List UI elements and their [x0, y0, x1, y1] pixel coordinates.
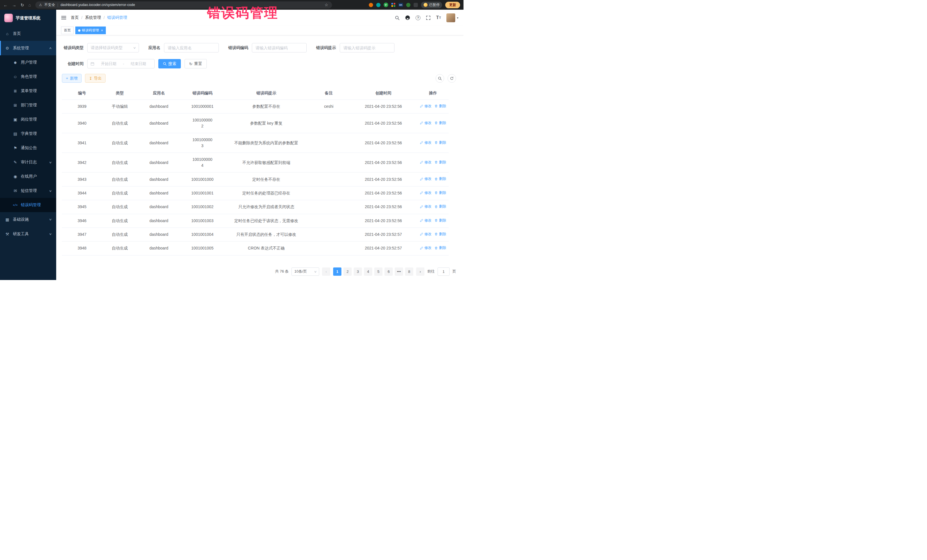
breadcrumb-home[interactable]: 首页	[71, 15, 79, 20]
sidebar-group-system[interactable]: ⚙ 系统管理 ∧	[0, 41, 56, 55]
extension-on-badge[interactable]: on	[398, 3, 403, 7]
browser-home-icon[interactable]: ⌂	[29, 3, 31, 7]
table-row: 3940 自动生成 dashboard 1001000002 参数配置 key …	[62, 114, 449, 133]
delete-link[interactable]: 删除	[435, 245, 446, 250]
edit-link[interactable]: 修改	[420, 120, 432, 126]
header-type: 类型	[102, 87, 137, 100]
prev-page-button[interactable]: ‹	[322, 267, 330, 276]
bookmark-star-icon[interactable]: ☆	[325, 3, 328, 7]
page-button[interactable]: 1	[333, 267, 342, 276]
sidebar-item-sms[interactable]: ✉ 短信管理 ∨	[0, 184, 56, 198]
error-code-label: 错误码编码	[228, 46, 248, 50]
extension-grid-icon[interactable]	[391, 3, 395, 7]
sidebar-item-posts[interactable]: ▣ 岗位管理	[0, 112, 56, 127]
app-logo[interactable]: 芋道管理系统	[0, 10, 56, 26]
delete-link[interactable]: 删除	[435, 140, 446, 146]
edit-link[interactable]: 修改	[420, 232, 432, 237]
page-size-select[interactable]: 10条/页 ∨	[292, 267, 319, 276]
search-button[interactable]: 搜索	[158, 59, 181, 68]
extension-green-icon[interactable]	[406, 3, 410, 7]
delete-link[interactable]: 删除	[435, 120, 446, 126]
trash-icon	[435, 178, 438, 181]
address-bar[interactable]: ⚠ 不安全 | dashboard.yudao.iocoder.cn/syste…	[35, 2, 332, 9]
date-range-picker[interactable]: 开始日期 - 结束日期	[87, 59, 155, 68]
breadcrumb-system[interactable]: 系统管理	[85, 15, 101, 20]
sidebar-item-audit-log[interactable]: ✎ 审计日志 ∨	[0, 155, 56, 169]
edit-link[interactable]: 修改	[420, 190, 432, 196]
breadcrumb: 首页 / 系统管理 / 错误码管理	[71, 15, 127, 20]
sidebar-item-menus[interactable]: ≣ 菜单管理	[0, 84, 56, 98]
sidebar-item-dictionary[interactable]: ▤ 字典管理	[0, 127, 56, 141]
sidebar-menu: ⌂ 首页 ⚙ 系统管理 ∧ ☻ 用户管理 ☺ 角色管理 ≣ 菜单管理	[0, 26, 56, 280]
delete-link[interactable]: 删除	[435, 176, 446, 182]
forward-icon[interactable]: →	[12, 3, 16, 7]
goto-page-input[interactable]	[438, 267, 450, 276]
delete-link[interactable]: 删除	[435, 160, 446, 165]
page-button[interactable]: 4	[364, 267, 372, 276]
sidebar-item-notices[interactable]: ⚑ 通知公告	[0, 141, 56, 155]
edit-link[interactable]: 修改	[420, 160, 432, 165]
extension-orange-icon[interactable]	[369, 3, 373, 7]
search-icon[interactable]	[395, 15, 400, 20]
page-ellipsis[interactable]: •••	[395, 267, 403, 276]
error-msg-input[interactable]	[340, 43, 395, 52]
font-size-icon[interactable]: TT	[436, 15, 441, 20]
profile-paused-badge[interactable]: 已暂停	[421, 2, 442, 8]
edit-link[interactable]: 修改	[420, 176, 432, 182]
sidebar-item-departments[interactable]: ⊞ 部门管理	[0, 98, 56, 112]
edit-link[interactable]: 修改	[420, 140, 432, 146]
vue-devtools-icon[interactable]: V	[384, 3, 388, 7]
edit-link[interactable]: 修改	[420, 218, 432, 223]
sidebar-item-error-codes[interactable]: </> 错误码管理	[0, 198, 56, 212]
add-button[interactable]: + 新增	[62, 74, 82, 83]
help-icon[interactable]: ?	[416, 15, 421, 20]
error-code-input[interactable]	[252, 43, 307, 52]
sidebar-item-online-users[interactable]: ◉ 在线用户	[0, 169, 56, 184]
show-search-button[interactable]	[436, 74, 444, 83]
delete-link[interactable]: 删除	[435, 232, 446, 237]
reset-button[interactable]: ↻ 重置	[185, 59, 207, 68]
back-icon[interactable]: ←	[3, 3, 8, 7]
error-type-select[interactable]: 请选择错误码类型 ∨	[87, 43, 139, 52]
fullscreen-icon[interactable]	[426, 15, 431, 20]
page-button[interactable]: 6	[384, 267, 393, 276]
reload-icon[interactable]: ↻	[21, 3, 24, 7]
page-button[interactable]: 5	[374, 267, 383, 276]
download-icon: ↧	[89, 76, 92, 81]
extension-teal-icon[interactable]	[376, 3, 380, 7]
user-menu[interactable]: ▾	[447, 14, 458, 22]
page-content: 错误码类型 请选择错误码类型 ∨ 应用名 错误码编码 错误码提示	[56, 35, 464, 280]
sidebar-item-users[interactable]: ☻ 用户管理	[0, 55, 56, 70]
page-button[interactable]: 3	[354, 267, 362, 276]
close-icon[interactable]: ×	[101, 29, 103, 32]
edit-link[interactable]: 修改	[420, 245, 432, 250]
sidebar-group-infrastructure[interactable]: ▦ 基础设施 ∨	[0, 212, 56, 227]
edit-icon	[420, 121, 423, 124]
edit-link[interactable]: 修改	[420, 103, 432, 109]
sidebar-item-home[interactable]: ⌂ 首页	[0, 26, 56, 41]
export-button[interactable]: ↧ 导出	[85, 74, 106, 83]
app-name-input[interactable]	[164, 43, 219, 52]
tab-home[interactable]: 首页	[61, 27, 74, 34]
url-text: dashboard.yudao.iocoder.cn/system/error-…	[61, 3, 135, 7]
next-page-button[interactable]: ›	[416, 267, 424, 276]
page-button[interactable]: 2	[343, 267, 352, 276]
tab-error-codes[interactable]: 错误码管理 ×	[75, 27, 106, 34]
delete-link[interactable]: 删除	[435, 204, 446, 209]
table-row: 3939 手动编辑 dashboard 1001000001 参数配置不存在 c…	[62, 100, 449, 114]
refresh-button[interactable]	[448, 74, 456, 83]
chevron-down-icon: ∨	[49, 232, 52, 235]
chrome-update-button[interactable]: 更新	[445, 2, 460, 8]
page-button[interactable]: 8	[405, 267, 413, 276]
sidebar-collapse-icon[interactable]	[61, 15, 66, 21]
extension-puzzle-icon[interactable]	[413, 3, 418, 7]
sidebar-group-devtools[interactable]: ⚒ 研发工具 ∨	[0, 227, 56, 241]
delete-link[interactable]: 删除	[435, 190, 446, 196]
breadcrumb-separator: /	[103, 15, 105, 20]
github-icon[interactable]	[405, 15, 410, 20]
delete-link[interactable]: 删除	[435, 218, 446, 223]
sidebar-item-roles[interactable]: ☺ 角色管理	[0, 70, 56, 84]
logo-image	[4, 14, 13, 22]
delete-link[interactable]: 删除	[435, 103, 446, 109]
edit-link[interactable]: 修改	[420, 204, 432, 209]
